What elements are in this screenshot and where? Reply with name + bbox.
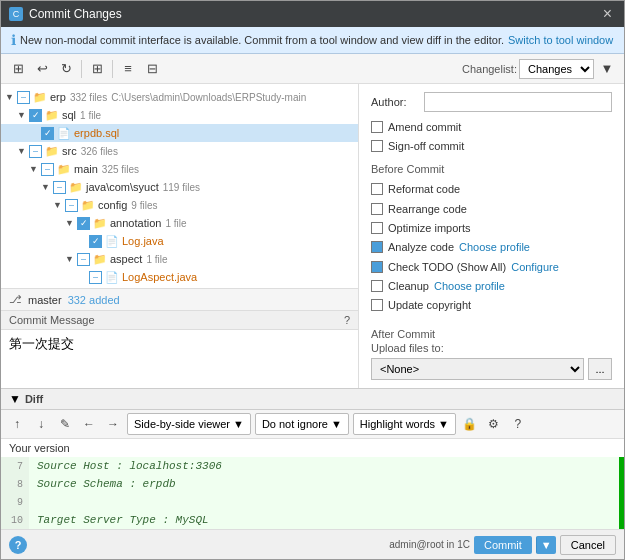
highlight-dropdown[interactable]: Highlight words ▼: [353, 413, 456, 435]
tree-item-config[interactable]: ▼ – 📁 config 9 files: [1, 196, 358, 214]
checktodo-checkbox[interactable]: [371, 261, 383, 273]
copyright-checkbox[interactable]: [371, 299, 383, 311]
upload-settings-button[interactable]: ...: [588, 358, 612, 380]
file-icon-erpdb: 📄: [57, 127, 71, 140]
checkbox-config[interactable]: –: [65, 199, 78, 212]
diff-toolbar: ↑ ↓ ✎ ← → Side-by-side viewer ▼ Do not i…: [1, 410, 624, 439]
viewer-dropdown[interactable]: Side-by-side viewer ▼: [127, 413, 251, 435]
bottom-left: ?: [9, 536, 27, 554]
highlight-dropdown-arrow: ▼: [438, 418, 449, 430]
diff-left-button[interactable]: ←: [79, 414, 99, 434]
diff-up-button[interactable]: ↑: [7, 414, 27, 434]
cleanup-profile-link[interactable]: Choose profile: [434, 280, 505, 292]
diff-right-button[interactable]: →: [103, 414, 123, 434]
signoff-commit-checkbox[interactable]: [371, 140, 383, 152]
help-button[interactable]: ?: [9, 536, 27, 554]
checkbox-java[interactable]: –: [53, 181, 66, 194]
left-panel: ▼ – 📁 erp 332 files C:\Users\admin\Downl…: [1, 84, 359, 388]
optimize-checkbox[interactable]: [371, 222, 383, 234]
tree-item-annotation[interactable]: ▼ ✓ 📁 annotation 1 file: [1, 214, 358, 232]
commit-message-section: Commit Message ? 第一次提交: [1, 310, 358, 388]
changelist-dropdown[interactable]: Changes: [519, 59, 594, 79]
checkbox-aspect[interactable]: –: [77, 253, 90, 266]
tree-item-erpdb[interactable]: ✓ 📄 erpdb.sql: [1, 124, 358, 142]
file-icon-logaspect: 📄: [105, 271, 119, 284]
checkbox-main[interactable]: –: [41, 163, 54, 176]
analyze-checkbox[interactable]: [371, 241, 383, 253]
checkbox-erpdb[interactable]: ✓: [41, 127, 54, 140]
branch-icon: ⎇: [9, 293, 22, 306]
rearrange-checkbox[interactable]: [371, 203, 383, 215]
ignore-dropdown[interactable]: Do not ignore ▼: [255, 413, 349, 435]
switch-tool-window-link[interactable]: Switch to tool window: [508, 34, 613, 46]
checkbox-log[interactable]: ✓: [89, 235, 102, 248]
folder-icon-config: 📁: [81, 199, 95, 212]
checkbox-logaspect[interactable]: –: [89, 271, 102, 284]
ignore-label: Do not ignore: [262, 418, 328, 430]
commit-button[interactable]: Commit: [474, 536, 532, 554]
author-input[interactable]: [424, 92, 612, 112]
tree-item-sql[interactable]: ▼ ✓ 📁 sql 1 file: [1, 106, 358, 124]
label-java: java\com\syuct: [86, 181, 159, 193]
upload-dropdown[interactable]: <None>: [371, 358, 584, 380]
diff-section: ▼ Diff ↑ ↓ ✎ ← → Side-by-side viewer ▼ D…: [1, 388, 624, 529]
arrow-erp: ▼: [5, 92, 17, 102]
diff-row-9: 9: [1, 493, 624, 511]
expand-all-button[interactable]: ⊞: [7, 58, 29, 80]
tree-item-main[interactable]: ▼ – 📁 main 325 files: [1, 160, 358, 178]
group-button[interactable]: ⊞: [86, 58, 108, 80]
lock-button[interactable]: 🔒: [460, 414, 480, 434]
commit-message-title: Commit Message: [9, 314, 95, 326]
reformat-checkbox[interactable]: [371, 183, 383, 195]
diff-settings-button[interactable]: ⚙: [484, 414, 504, 434]
amend-commit-checkbox[interactable]: [371, 121, 383, 133]
checkbox-sql[interactable]: ✓: [29, 109, 42, 122]
checkbox-erp[interactable]: –: [17, 91, 30, 104]
sort-button[interactable]: ≡: [117, 58, 139, 80]
diff-help-button[interactable]: ?: [508, 414, 528, 434]
tree-item-log[interactable]: ✓ 📄 Log.java: [1, 232, 358, 250]
diff-collapse-arrow[interactable]: ▼: [9, 392, 21, 406]
commit-dropdown-button[interactable]: ▼: [536, 536, 556, 554]
analyze-profile-link[interactable]: Choose profile: [459, 241, 530, 253]
configure-link[interactable]: Configure: [511, 261, 559, 273]
tree-item-erp[interactable]: ▼ – 📁 erp 332 files C:\Users\admin\Downl…: [1, 88, 358, 106]
cleanup-checkbox[interactable]: [371, 280, 383, 292]
cancel-button[interactable]: Cancel: [560, 535, 616, 555]
checktodo-row: Check TODO (Show All) Configure: [371, 260, 612, 273]
checktodo-label: Check TODO (Show All): [388, 261, 506, 273]
signoff-commit-label: Sign-off commit: [388, 140, 464, 152]
tree-item-java[interactable]: ▼ – 📁 java\com\syuct 119 files: [1, 178, 358, 196]
your-version-label: Your version: [1, 439, 624, 457]
label-sql: sql: [62, 109, 76, 121]
diff-down-button[interactable]: ↓: [31, 414, 51, 434]
label-aspect: aspect: [110, 253, 142, 265]
amend-commit-label: Amend commit: [388, 121, 461, 133]
diff-row-10: 10 Target Server Type : MySQL: [1, 511, 624, 529]
user-info: admin@root in 1C: [389, 539, 470, 550]
checkbox-annotation[interactable]: ✓: [77, 217, 90, 230]
refresh-button[interactable]: ↻: [55, 58, 77, 80]
folder-icon-src: 📁: [45, 145, 59, 158]
arrow-aspect: ▼: [65, 254, 77, 264]
viewer-dropdown-arrow: ▼: [233, 418, 244, 430]
tree-item-aspect[interactable]: ▼ – 📁 aspect 1 file: [1, 250, 358, 268]
tree-item-src[interactable]: ▼ – 📁 src 326 files: [1, 142, 358, 160]
changelist-label: Changelist:: [462, 63, 517, 75]
changelist-settings-button[interactable]: ▼: [596, 58, 618, 80]
label-log: Log.java: [122, 235, 164, 247]
commit-message-input[interactable]: 第一次提交: [1, 330, 358, 385]
tree-item-logaspect[interactable]: – 📄 LogAspect.java: [1, 268, 358, 286]
arrow-java: ▼: [41, 182, 53, 192]
count-sql: 1 file: [80, 110, 101, 121]
arrow-config: ▼: [53, 200, 65, 210]
undo-button[interactable]: ↩: [31, 58, 53, 80]
close-button[interactable]: ×: [599, 5, 616, 23]
label-erp: erp: [50, 91, 66, 103]
diff-edit-button[interactable]: ✎: [55, 414, 75, 434]
filter-button[interactable]: ⊟: [141, 58, 163, 80]
checkbox-src[interactable]: –: [29, 145, 42, 158]
diff-row-8: 8 Source Schema : erpdb: [1, 475, 624, 493]
optimize-label: Optimize imports: [388, 222, 471, 234]
after-commit-section: After Commit Upload files to: <None> ...: [371, 324, 612, 380]
